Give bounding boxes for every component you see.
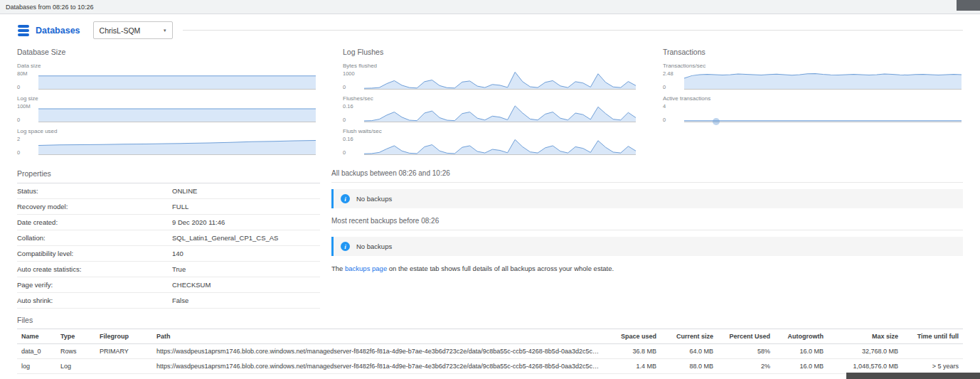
- files-header-current-size: Current size: [661, 329, 718, 344]
- property-row: Status:ONLINE: [17, 183, 320, 199]
- y-axis-zero-label: 0: [17, 150, 36, 156]
- y-axis-max-label: 4: [663, 104, 681, 110]
- property-label: Auto create statistics:: [17, 265, 172, 273]
- area-chart[interactable]: [364, 71, 636, 90]
- database-select-value: ChrisL-SQM: [100, 26, 141, 35]
- area-chart[interactable]: [364, 137, 636, 155]
- area-chart[interactable]: [684, 71, 962, 90]
- files-header-path: Path: [152, 329, 604, 344]
- chart-group-title: Database Size: [17, 48, 316, 57]
- y-axis-labels: 2.480: [663, 71, 684, 90]
- files-cell: 1,048,576.0 MB: [828, 359, 902, 374]
- chart-panel-label: Active transactions: [663, 95, 962, 102]
- chart-panel-label: Bytes flushed: [343, 63, 636, 70]
- chart-group-database-size: Database SizeData size80M0Log size100M0L…: [17, 48, 316, 161]
- files-header-time-until-full: Time until full: [902, 329, 963, 344]
- footer-text-suffix: on the estate tab shows full details of …: [387, 265, 614, 272]
- chart-panel-active-transactions: Active transactions40: [663, 95, 962, 122]
- files-header-space-used: Space used: [604, 329, 661, 344]
- chart-panel-label: Log space used: [17, 128, 316, 135]
- property-label: Page verify:: [17, 281, 172, 289]
- files-header-row: NameTypeFilegroupPathSpace usedCurrent s…: [17, 329, 963, 344]
- property-label: Status:: [17, 187, 172, 195]
- properties-title: Properties: [17, 169, 320, 183]
- horizontal-scrollbar-thumb[interactable]: [846, 373, 980, 379]
- backups-footer: The backups page on the estate tab shows…: [331, 265, 963, 272]
- all-backups-title: All backups between 08:26 and 10:26: [331, 169, 963, 183]
- table-row: logLoghttps://wasdpeus1aprsm1746.blob.co…: [17, 359, 963, 374]
- chevron-down-icon: ▾: [164, 28, 166, 33]
- charts-section: Database SizeData size80M0Log size100M0L…: [0, 42, 980, 161]
- property-row: Auto shrink:False: [17, 293, 320, 309]
- property-value: ONLINE: [172, 187, 197, 195]
- y-axis-max-label: 0.16: [343, 104, 361, 110]
- files-cell: 16.0 MB: [774, 344, 828, 359]
- property-value: True: [172, 265, 186, 273]
- files-table-body: data_0RowsPRIMARYhttps://wasdpeus1aprsm1…: [17, 344, 963, 374]
- y-axis-max-label: 2.48: [663, 71, 681, 77]
- files-cell: 88.0 MB: [661, 359, 718, 374]
- files-cell: Log: [56, 359, 95, 374]
- property-value: 9 Dec 2020 11:46: [172, 218, 225, 226]
- y-axis-zero-label: 0: [17, 117, 36, 123]
- databases-icon: [17, 25, 30, 36]
- files-cell: 2%: [718, 359, 774, 374]
- area-chart[interactable]: [684, 104, 962, 122]
- files-header-filegroup: Filegroup: [95, 329, 152, 344]
- chart-panel-log-space-used: Log space used20: [17, 128, 316, 155]
- area-chart[interactable]: [38, 71, 316, 90]
- files-section: Files NameTypeFilegroupPathSpace usedCur…: [0, 309, 980, 374]
- database-select[interactable]: ChrisL-SQM ▾: [93, 21, 173, 39]
- property-label: Date created:: [17, 218, 172, 226]
- properties-section: Properties Status:ONLINERecovery model:F…: [17, 169, 320, 309]
- chart-group-log-flushes: Log FlushesBytes flushed10000Flushes/sec…: [343, 48, 636, 161]
- header: Databases ChrisL-SQM ▾: [0, 14, 980, 42]
- property-row: Collation:SQL_Latin1_General_CP1_CS_AS: [17, 230, 320, 246]
- files-cell: 36.8 MB: [604, 344, 661, 359]
- chart-group-title: Transactions: [663, 48, 962, 57]
- chart-panel-flush-waits-sec: Flush waits/sec0.160: [343, 128, 636, 155]
- top-status-text: Databases from 08:26 to 10:26: [6, 4, 94, 11]
- y-axis-max-label: 1000: [343, 71, 361, 77]
- property-label: Auto shrink:: [17, 297, 172, 304]
- no-backups-message: No backups: [356, 195, 392, 203]
- files-cell: 16.0 MB: [774, 359, 828, 374]
- top-status-bar: Databases from 08:26 to 10:26: [0, 0, 980, 14]
- y-axis-zero-label: 0: [17, 85, 36, 90]
- recent-backups-title: Most recent backups before 08:26: [331, 217, 963, 230]
- header-divider: [183, 30, 963, 31]
- chart-group-transactions: TransactionsTransactions/sec2.480Active …: [663, 48, 962, 161]
- chart-group-title: Log Flushes: [343, 48, 636, 57]
- property-label: Recovery model:: [17, 203, 172, 210]
- y-axis-max-label: 80M: [17, 71, 36, 77]
- area-chart[interactable]: [364, 104, 636, 122]
- chart-panel-label: Flushes/sec: [343, 95, 636, 102]
- area-chart[interactable]: [38, 104, 316, 122]
- property-row: Auto create statistics:True: [17, 262, 320, 277]
- files-cell: [902, 344, 963, 359]
- files-cell: https://wasdpeus1aprsm1746.blob.core.win…: [152, 359, 604, 374]
- info-icon: i: [341, 242, 350, 251]
- y-axis-labels: 20: [17, 137, 38, 155]
- no-backups-notice-recent: i No backups: [331, 237, 963, 256]
- lower-section: Properties Status:ONLINERecovery model:F…: [0, 161, 980, 309]
- property-value: SQL_Latin1_General_CP1_CS_AS: [172, 234, 278, 242]
- y-axis-labels: 0.160: [343, 104, 364, 122]
- backups-page-link[interactable]: backups page: [345, 265, 387, 272]
- y-axis-zero-label: 0: [343, 150, 361, 156]
- property-value: 140: [172, 250, 183, 257]
- y-axis-max-label: 100M: [17, 104, 36, 110]
- chart-marker-dot: [713, 118, 720, 125]
- y-axis-labels: 100M0: [17, 104, 38, 122]
- property-row: Recovery model:FULL: [17, 199, 320, 215]
- chart-panel-bytes-flushed: Bytes flushed10000: [343, 63, 636, 90]
- no-backups-message: No backups: [356, 242, 392, 250]
- files-cell: > 5 years: [902, 359, 963, 374]
- y-axis-zero-label: 0: [663, 117, 681, 123]
- y-axis-labels: 10000: [343, 71, 364, 90]
- vertical-scrollbar-thumb[interactable]: [957, 0, 980, 11]
- chart-panel-transactions-sec: Transactions/sec2.480: [663, 63, 962, 90]
- property-value: CHECKSUM: [172, 281, 211, 289]
- files-cell: log: [17, 359, 56, 374]
- area-chart[interactable]: [38, 137, 316, 155]
